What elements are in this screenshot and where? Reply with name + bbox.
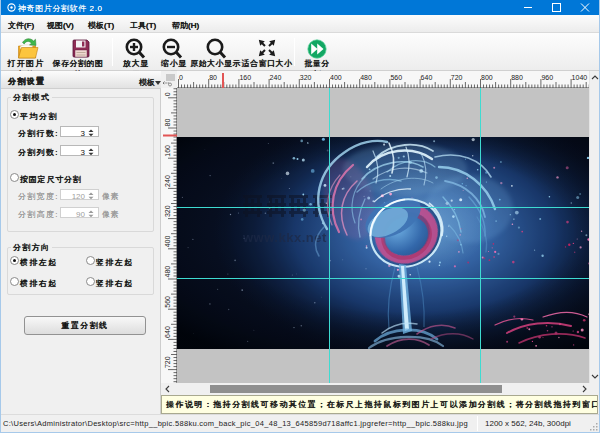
svg-text:880: 880 — [511, 74, 523, 81]
svg-text:400: 400 — [164, 236, 171, 248]
svg-text:960: 960 — [541, 74, 553, 81]
svg-text:80: 80 — [164, 119, 171, 127]
svg-text:560: 560 — [164, 296, 171, 308]
svg-text:80: 80 — [209, 74, 217, 81]
svg-text:0: 0 — [179, 74, 183, 81]
svg-text:560: 560 — [390, 74, 402, 81]
svg-text:0: 0 — [164, 92, 171, 96]
svg-text:640: 640 — [164, 326, 171, 338]
svg-text:1040: 1040 — [572, 74, 588, 81]
svg-text:480: 480 — [360, 74, 372, 81]
svg-text:480: 480 — [164, 266, 171, 278]
svg-text:160: 160 — [239, 74, 251, 81]
svg-text:240: 240 — [164, 175, 171, 187]
svg-text:800: 800 — [481, 74, 493, 81]
svg-text:160: 160 — [164, 145, 171, 157]
svg-text:720: 720 — [451, 74, 463, 81]
svg-text:320: 320 — [164, 205, 171, 217]
svg-text:www.kkx.net: www.kkx.net — [242, 230, 327, 245]
svg-text:640: 640 — [421, 74, 433, 81]
svg-text:320: 320 — [300, 74, 312, 81]
svg-text:400: 400 — [330, 74, 342, 81]
svg-text:720: 720 — [164, 356, 171, 368]
svg-text:240: 240 — [270, 74, 282, 81]
